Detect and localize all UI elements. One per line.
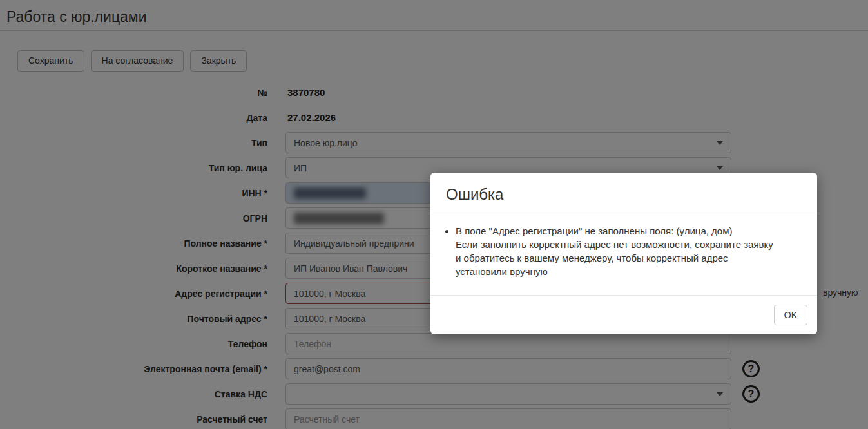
error-message: В поле "Адрес регистрации" не заполнены … bbox=[456, 224, 802, 278]
error-modal-body: В поле "Адрес регистрации" не заполнены … bbox=[430, 214, 817, 295]
error-modal-title: Ошибка bbox=[446, 186, 802, 204]
error-modal-footer: OK bbox=[430, 295, 817, 334]
error-modal-header: Ошибка bbox=[430, 173, 817, 214]
error-modal: Ошибка В поле "Адрес регистрации" не зап… bbox=[430, 173, 817, 334]
ok-button[interactable]: OK bbox=[774, 305, 807, 325]
error-message-list: В поле "Адрес регистрации" не заполнены … bbox=[446, 224, 802, 278]
